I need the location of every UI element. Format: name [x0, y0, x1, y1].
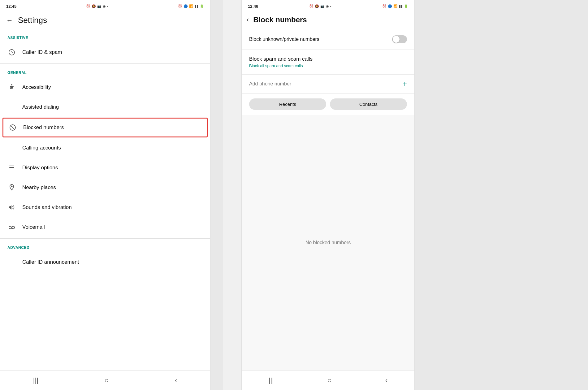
- item-voicemail[interactable]: Voicemail: [0, 217, 210, 237]
- calling-accounts-icon: [7, 144, 16, 152]
- calling-accounts-label: Calling accounts: [22, 145, 61, 151]
- accessibility-icon: [7, 83, 16, 92]
- toggle-knob: [393, 36, 400, 43]
- item-assisted-dialing[interactable]: Assisted dialing: [0, 97, 210, 117]
- svg-line-5: [11, 125, 15, 130]
- clock-circle-icon: [7, 48, 16, 57]
- nearby-places-label: Nearby places: [22, 184, 56, 191]
- svg-rect-7: [10, 166, 14, 166]
- svg-rect-9: [10, 167, 14, 168]
- item-accessibility[interactable]: Accessibility: [0, 77, 210, 97]
- item-sounds-vibration[interactable]: Sounds and vibration: [0, 197, 210, 217]
- status-icons-left: ⏰ 🔕 📷 ◉ •: [86, 4, 108, 8]
- bottom-nav-right: ||| ○ ‹: [242, 370, 414, 390]
- status-right-icons-left: ⏰ 🔵 📶 ▮▮ 🔋: [178, 4, 204, 8]
- blocked-numbers-highlight: Blocked numbers: [2, 118, 208, 137]
- svg-point-15: [12, 226, 15, 229]
- status-bar-right: 12:46 ⏰ 🔕 📷 ◉ • ⏰ 🔵 📶 ▮▮ 🔋: [242, 0, 414, 12]
- svg-marker-13: [9, 205, 11, 210]
- svg-point-14: [9, 226, 11, 229]
- divider-1: [0, 63, 210, 64]
- add-number-row: +: [242, 75, 414, 93]
- block-numbers-title: Block numbers: [253, 15, 307, 24]
- settings-list: ASSISTIVE Caller ID & spam GENERAL: [0, 30, 210, 370]
- add-number-plus[interactable]: +: [403, 80, 407, 88]
- spam-title: Block spam and scam calls: [249, 56, 407, 62]
- svg-rect-10: [9, 169, 10, 169]
- accessibility-label: Accessibility: [22, 84, 51, 90]
- svg-rect-8: [9, 167, 10, 168]
- sounds-vibration-label: Sounds and vibration: [22, 204, 72, 210]
- top-bar-left: ← Settings: [0, 12, 210, 30]
- block-unknown-label: Block unknown/private numbers: [249, 37, 392, 42]
- time-left: 12:45: [6, 4, 16, 9]
- nav-back-left[interactable]: ‹: [169, 374, 183, 387]
- item-calling-accounts[interactable]: Calling accounts: [0, 138, 210, 158]
- section-general: GENERAL: [0, 65, 210, 77]
- spam-section[interactable]: Block spam and scam calls Block all spam…: [242, 50, 414, 75]
- list-icon: [7, 163, 16, 172]
- status-icons-right-left: ⏰ 🔕 📷 ◉ •: [309, 4, 331, 8]
- caller-id-announcement-label: Caller ID announcement: [22, 259, 79, 265]
- blocked-numbers-label: Blocked numbers: [23, 124, 64, 131]
- blocked-icon: [8, 123, 17, 132]
- section-advanced: ADVANCED: [0, 240, 210, 252]
- add-phone-input[interactable]: [249, 80, 400, 88]
- item-blocked-numbers[interactable]: Blocked numbers: [3, 119, 207, 136]
- empty-blocked-area: No blocked numbers: [242, 115, 414, 370]
- assisted-dialing-icon: [7, 103, 16, 111]
- svg-point-12: [11, 186, 13, 187]
- block-unknown-section: Block unknown/private numbers: [242, 29, 414, 50]
- status-right-icons-right: ⏰ 🔵 📶 ▮▮ 🔋: [382, 4, 408, 8]
- back-button-left[interactable]: ←: [6, 16, 13, 24]
- no-blocked-label: No blocked numbers: [305, 240, 351, 245]
- caller-id-spam-label: Caller ID & spam: [22, 49, 62, 55]
- caller-id-announcement-icon: [7, 258, 16, 266]
- divider-2: [0, 238, 210, 239]
- tabs-row: Recents Contacts: [242, 93, 414, 115]
- item-display-options[interactable]: Display options: [0, 158, 210, 178]
- sound-icon: [7, 203, 16, 212]
- voicemail-icon: [7, 223, 16, 232]
- section-assistive: ASSISTIVE: [0, 30, 210, 42]
- right-fill: [415, 0, 588, 390]
- back-button-right[interactable]: ‹: [247, 16, 249, 24]
- right-phone: 12:46 ⏰ 🔕 📷 ◉ • ⏰ 🔵 📶 ▮▮ 🔋 ‹ Block numbe…: [241, 0, 415, 390]
- svg-rect-11: [10, 169, 14, 169]
- settings-title: Settings: [18, 15, 47, 25]
- nav-home-left[interactable]: ○: [98, 374, 115, 387]
- bottom-nav-left: ||| ○ ‹: [0, 370, 210, 390]
- display-options-label: Display options: [22, 165, 58, 171]
- left-phone: 12:45 ⏰ 🔕 📷 ◉ • ⏰ 🔵 📶 ▮▮ 🔋 ← Settings AS…: [0, 0, 210, 390]
- block-unknown-toggle[interactable]: [392, 35, 407, 43]
- nav-recent-apps-left[interactable]: |||: [27, 374, 45, 387]
- block-unknown-row: Block unknown/private numbers: [249, 35, 407, 43]
- gap: [210, 0, 223, 390]
- time-right: 12:46: [248, 4, 258, 9]
- svg-point-3: [11, 84, 12, 85]
- location-icon: [7, 183, 16, 192]
- item-caller-id-announcement[interactable]: Caller ID announcement: [0, 252, 210, 272]
- nav-back-right[interactable]: ‹: [379, 374, 394, 387]
- status-bar-left: 12:45 ⏰ 🔕 📷 ◉ • ⏰ 🔵 📶 ▮▮ 🔋: [0, 0, 210, 12]
- tab-recents[interactable]: Recents: [249, 98, 326, 110]
- tab-contacts[interactable]: Contacts: [330, 98, 407, 110]
- nav-recent-apps-right[interactable]: |||: [262, 374, 280, 387]
- block-numbers-header: ‹ Block numbers: [242, 12, 414, 29]
- item-caller-id-spam[interactable]: Caller ID & spam: [0, 42, 210, 62]
- spam-subtitle: Block all spam and scam calls: [249, 63, 407, 68]
- assisted-dialing-label: Assisted dialing: [22, 104, 59, 110]
- item-nearby-places[interactable]: Nearby places: [0, 178, 210, 197]
- nav-home-right[interactable]: ○: [321, 374, 338, 387]
- svg-rect-6: [9, 166, 10, 166]
- voicemail-label: Voicemail: [22, 224, 45, 230]
